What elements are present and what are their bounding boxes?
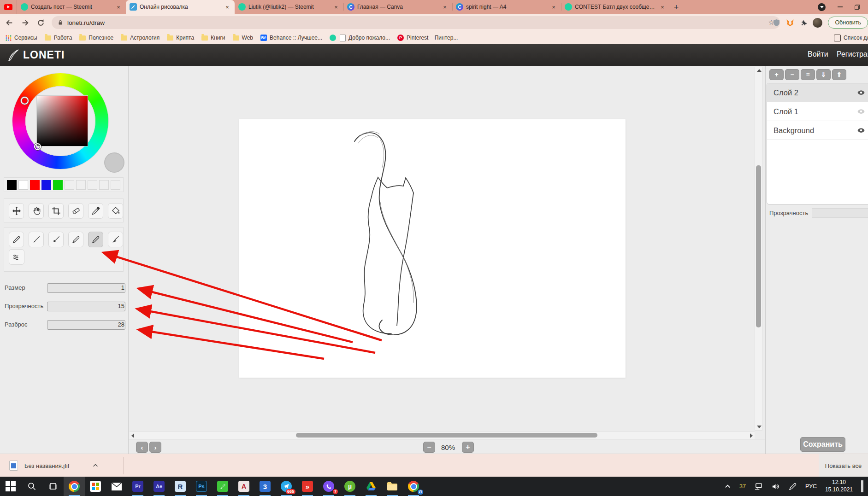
tab-liutik[interactable]: Liutik (@liutik2) — Steemit × [235,0,343,14]
tab-create-post[interactable]: Создать пост — Steemit × [17,0,126,14]
taskbar-photoshop[interactable]: Ps [191,477,212,496]
crop-tool[interactable] [48,203,64,219]
swatch-green[interactable] [53,180,63,190]
taskbar-google-drive[interactable] [360,477,382,496]
forward-button[interactable] [18,16,31,29]
profile-avatar[interactable] [813,18,822,28]
layer-down-button[interactable]: ⇓ [816,69,831,80]
clock[interactable]: 12:10 15.10.2021 [825,479,853,493]
hue-selector[interactable] [21,97,29,105]
layer-hidden-eye-icon[interactable] [857,107,865,116]
search-button[interactable] [21,477,42,496]
taskbar-file-explorer[interactable] [382,477,403,496]
swatch-empty[interactable] [99,180,109,190]
history-back-button[interactable]: ‹ [136,442,148,453]
swatch-blue[interactable] [41,180,51,190]
horizontal-scrollbar[interactable] [130,432,755,439]
register-link[interactable]: Регистрация [837,50,868,58]
drawing-canvas[interactable] [239,119,626,378]
bookmark-folder-crypto[interactable]: Крипта [167,35,194,41]
bookmark-folder-web[interactable]: Web [233,35,253,41]
back-button[interactable] [3,16,16,29]
taskbar-mail[interactable] [106,477,127,496]
start-button[interactable] [0,477,21,496]
swatch-white[interactable] [18,180,28,190]
move-tool[interactable] [9,203,24,219]
scroll-right-arrow[interactable] [750,433,753,438]
tab-contest[interactable]: CONTEST Батл двух сообществ × [561,0,670,14]
layer-row-2[interactable]: Слой 2 [767,83,868,102]
layer-row-background[interactable]: Background [767,121,868,140]
taskbar-chrome[interactable] [64,477,85,496]
scroll-down-arrow[interactable] [757,426,762,428]
address-bar[interactable]: loneti.ru/draw ☆ [52,16,780,29]
scroll-up-arrow[interactable] [757,69,762,72]
layer-visible-eye-icon[interactable] [857,126,865,134]
taskbar-revit[interactable]: R [170,477,191,496]
history-forward-button[interactable]: › [149,442,161,453]
volume-icon[interactable] [771,482,780,491]
scroll-left-arrow[interactable] [131,433,134,438]
opacity-slider[interactable] [47,302,125,311]
show-all-downloads-button[interactable]: Показать все [819,454,868,477]
pencil-tool[interactable] [9,232,24,247]
taskbar-telegram[interactable]: 665 [276,477,297,496]
swatch-empty[interactable] [65,180,74,190]
taskbar-utorrent[interactable]: µ [339,477,360,496]
minimize-button[interactable] [838,6,843,7]
adblock-shield-icon[interactable] [773,19,780,27]
bookmark-behance[interactable]: BēBehance :: Лучшее... [260,35,322,41]
waves-tool[interactable] [9,249,24,265]
login-link[interactable]: Войти [808,50,828,58]
tab-close-icon[interactable]: × [224,4,231,11]
swatch-black[interactable] [7,180,17,190]
bookmark-folder-books[interactable]: Книги [201,35,225,41]
fill-bucket-tool[interactable] [108,203,123,219]
bookmark-folder-useful[interactable]: Полезное [79,35,113,41]
file-menu-chevron-icon[interactable] [92,462,99,469]
tab-close-icon[interactable]: × [550,4,557,11]
sv-selector[interactable] [34,143,41,150]
layer-visible-eye-icon[interactable] [857,88,865,97]
chrome-update-button[interactable]: Обновить [828,17,868,29]
reading-list-button[interactable]: Список для чтения [834,35,868,41]
notification-center-icon[interactable] [861,480,863,492]
bookmark-services[interactable]: Сервисы [6,35,37,41]
eyedropper-tool[interactable] [88,203,103,219]
eraser-tool[interactable] [68,203,83,219]
bookmark-steemit[interactable] [330,35,336,41]
new-tab-button[interactable]: + [670,1,683,14]
swatch-red[interactable] [30,180,40,190]
pinned-tab-youtube[interactable] [0,0,17,14]
taskbar-notes-app[interactable] [212,477,233,496]
tab-close-icon[interactable]: × [115,4,122,11]
merge-layer-button[interactable]: ≡ [801,69,815,80]
taskbar-chrome-profile[interactable]: Л [403,477,424,496]
tab-canva-home[interactable]: C Главная — Canva × [343,0,452,14]
downloaded-file-chip[interactable]: Без названия.jfif [9,454,99,477]
size-slider[interactable] [47,283,125,293]
extensions-puzzle-icon[interactable] [800,19,807,26]
vertical-scrollbar[interactable] [755,67,762,431]
bookmark-pinterest[interactable]: PPinterest – Пинтер... [397,35,458,41]
tab-spirit-night[interactable]: C spirit night — A4 × [452,0,561,14]
task-view-button[interactable] [42,477,64,496]
bookmark-folder-astrology[interactable]: Астрология [121,35,159,41]
tray-hidden-icons-chevron[interactable] [724,483,731,490]
metamask-icon[interactable] [786,18,794,27]
sketch-pencil-tool-selected[interactable] [88,232,103,247]
round-brush-tool[interactable] [48,232,64,247]
network-icon[interactable] [754,482,763,491]
taskbar-red-app[interactable]: » [297,477,318,496]
saturation-value-square[interactable] [37,96,88,146]
taskbar-after-effects[interactable]: Ae [148,477,170,496]
taskbar-ms-store[interactable] [85,477,106,496]
zoom-out-button[interactable]: − [423,442,435,453]
taskbar-3dsmax[interactable]: 3 [254,477,276,496]
horizontal-scroll-thumb[interactable] [296,433,597,438]
thin-brush-tool[interactable] [29,232,44,247]
swatch-empty[interactable] [88,180,97,190]
feather-brush-tool[interactable] [108,232,123,247]
windows-ink-icon[interactable] [788,482,797,491]
bookmark-folder-work[interactable]: Работа [45,35,72,41]
